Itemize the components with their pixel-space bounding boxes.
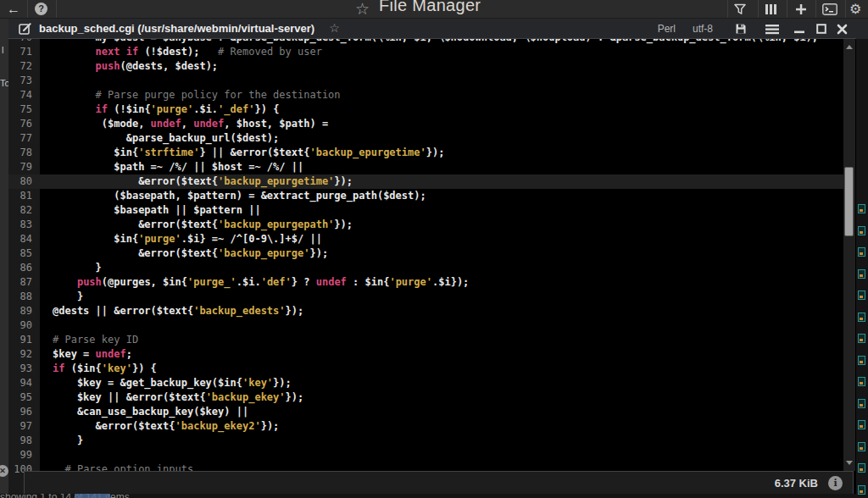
divider xyxy=(56,0,57,19)
code-rows: 70 my $dest = $anybase ? &parse_backup_d… xyxy=(8,39,843,477)
scrollbar-thumb[interactable] xyxy=(844,167,854,236)
background-page-left-strip: l To ✕ xyxy=(0,19,8,494)
favorite-star-icon[interactable]: ☆ xyxy=(329,21,340,35)
line-number: 78 xyxy=(8,146,40,160)
line-number: 83 xyxy=(8,218,40,232)
code-line[interactable]: 85 &error($text{'backup_epurge'}); xyxy=(8,246,843,261)
info-icon[interactable]: i xyxy=(828,476,843,490)
line-number: 79 xyxy=(8,160,40,174)
background-page-right-top xyxy=(856,19,868,39)
code-text xyxy=(40,448,58,462)
file-icon-fragment xyxy=(858,245,865,254)
code-line[interactable]: 80 &error($text{'backup_epurgetime'}); xyxy=(8,174,843,189)
add-icon[interactable] xyxy=(795,3,807,15)
file-icon-fragment xyxy=(858,267,865,276)
code-line[interactable]: 97 &error($text{'backup_ekey2'}); xyxy=(8,419,843,434)
code-text: } xyxy=(40,434,83,448)
file-editor-panel: backup_sched.cgi (/usr/share/webmin/virt… xyxy=(8,19,856,494)
scrollbar-up-icon[interactable] xyxy=(846,45,853,49)
scrollbar-down-icon[interactable] xyxy=(846,461,853,465)
file-icon-fragment xyxy=(858,440,865,449)
code-line[interactable]: 79 $path =~ /%/ || $host =~ /%/ || xyxy=(8,160,843,174)
code-line[interactable]: 99 xyxy=(8,448,843,462)
code-line[interactable]: 90 xyxy=(8,318,843,333)
code-line[interactable]: 96 &can_use_backup_key($key) || xyxy=(8,405,843,419)
editor-scrollbar[interactable] xyxy=(843,39,855,471)
code-line[interactable]: 93if ($in{'key'}) { xyxy=(8,362,843,376)
code-text: @dests || &error($text{'backup_edests'})… xyxy=(40,304,303,318)
close-circle-icon: ✕ xyxy=(0,465,8,477)
code-line[interactable]: 95 $key || &error($text{'backup_ekey'}); xyxy=(8,390,843,405)
file-icon-fragment xyxy=(858,483,865,492)
editor-header: backup_sched.cgi (/usr/share/webmin/virt… xyxy=(8,19,856,39)
close-icon[interactable] xyxy=(837,24,848,35)
file-icon-fragment xyxy=(858,353,865,362)
file-icon-fragment xyxy=(858,288,865,297)
line-number: 97 xyxy=(8,419,40,434)
terminal-icon[interactable] xyxy=(822,3,837,15)
line-number: 71 xyxy=(8,45,40,59)
line-number: 92 xyxy=(8,347,40,362)
code-text: my $dest = $anybase ? &parse_backup_dest… xyxy=(40,39,818,45)
code-text: # Parse key ID xyxy=(40,333,138,347)
divider xyxy=(27,0,28,19)
code-line[interactable]: 71 next if (!$dest); # Removed by user xyxy=(8,45,843,59)
menu-icon[interactable] xyxy=(765,23,779,36)
code-line[interactable]: 77 &parse_backup_url($dest); xyxy=(8,131,843,146)
code-line[interactable]: 89@dests || &error($text{'backup_edests'… xyxy=(8,304,843,318)
code-editor-area[interactable]: 70 my $dest = $anybase ? &parse_backup_d… xyxy=(8,39,843,494)
code-line[interactable]: 88 } xyxy=(8,290,843,304)
divider xyxy=(727,0,728,19)
line-number: 94 xyxy=(8,376,40,390)
code-line[interactable]: 98 } xyxy=(8,434,843,448)
code-line[interactable]: 76 ($mode, undef, undef, $host, $path) = xyxy=(8,117,843,131)
line-number: 74 xyxy=(8,88,40,102)
code-text: # Parse purge policy for the destination xyxy=(40,88,341,102)
code-text: $in{'purge'.$i} =~ /^[0-9\.]+$/ || xyxy=(40,232,322,246)
code-line[interactable]: 91# Parse key ID xyxy=(8,333,843,347)
line-number: 81 xyxy=(8,189,40,203)
filter-icon[interactable] xyxy=(734,3,746,15)
code-line[interactable]: 94 $key = &get_backup_key($in{'key'}); xyxy=(8,376,843,390)
line-number: 70 xyxy=(8,39,40,45)
line-number: 72 xyxy=(8,59,40,74)
file-icon-fragment xyxy=(858,461,865,470)
code-line[interactable]: 78 $in{'strftime'} || &error($text{'back… xyxy=(8,146,843,160)
syntax-language[interactable]: Perl xyxy=(658,23,676,35)
line-number: 99 xyxy=(8,448,40,462)
minimize-icon[interactable] xyxy=(794,24,804,35)
line-number: 75 xyxy=(8,102,40,117)
file-size: 6.37 KiB xyxy=(775,477,818,490)
code-line[interactable]: 87 push(@purges, $in{'purge_'.$i.'def'} … xyxy=(8,275,843,290)
code-line[interactable]: 72 push(@dests, $dest); xyxy=(8,59,843,74)
code-text: &parse_backup_url($dest); xyxy=(40,131,279,146)
save-icon[interactable] xyxy=(735,23,747,35)
code-line[interactable]: 84 $in{'purge'.$i} =~ /^[0-9\.]+$/ || xyxy=(8,232,843,246)
code-text: $key = &get_backup_key($in{'key'}); xyxy=(40,376,292,390)
maximize-icon[interactable] xyxy=(816,24,826,34)
line-number: 95 xyxy=(8,390,40,405)
code-text: $key || &error($text{'backup_ekey'}); xyxy=(40,390,303,405)
help-icon[interactable]: ? xyxy=(35,3,47,15)
code-text: $key = undef; xyxy=(40,347,132,362)
code-line[interactable]: 74 # Parse purge policy for the destinat… xyxy=(8,88,843,102)
code-text: $in{'strftime'} || &error($text{'backup_… xyxy=(40,146,444,160)
title-star-icon[interactable]: ☆ xyxy=(355,0,370,19)
code-line[interactable]: 83 &error($text{'backup_epurgepath'}); xyxy=(8,218,843,232)
code-line[interactable]: 92$key = undef; xyxy=(8,347,843,362)
code-line[interactable]: 75 if (!$in{'purge'.$i.'_def'}) { xyxy=(8,102,843,117)
encoding[interactable]: utf-8 xyxy=(693,23,713,35)
line-number: 90 xyxy=(8,318,40,333)
line-number: 87 xyxy=(8,275,40,290)
code-line[interactable]: 82 $basepath || $pattern || xyxy=(8,203,843,218)
code-line[interactable]: 70 my $dest = $anybase ? &parse_backup_d… xyxy=(8,39,843,45)
back-icon[interactable]: ← xyxy=(7,0,20,19)
line-number: 93 xyxy=(8,362,40,376)
code-line[interactable]: 86 } xyxy=(8,261,843,275)
settings-gear-icon[interactable]: ⚙ xyxy=(849,0,861,19)
code-line[interactable]: 73 xyxy=(8,74,843,88)
columns-icon[interactable] xyxy=(765,4,776,14)
code-line[interactable]: 81 ($basepath, $pattern) = &extract_purg… xyxy=(8,189,843,203)
line-number: 96 xyxy=(8,405,40,419)
file-icon-fragment xyxy=(858,202,865,211)
